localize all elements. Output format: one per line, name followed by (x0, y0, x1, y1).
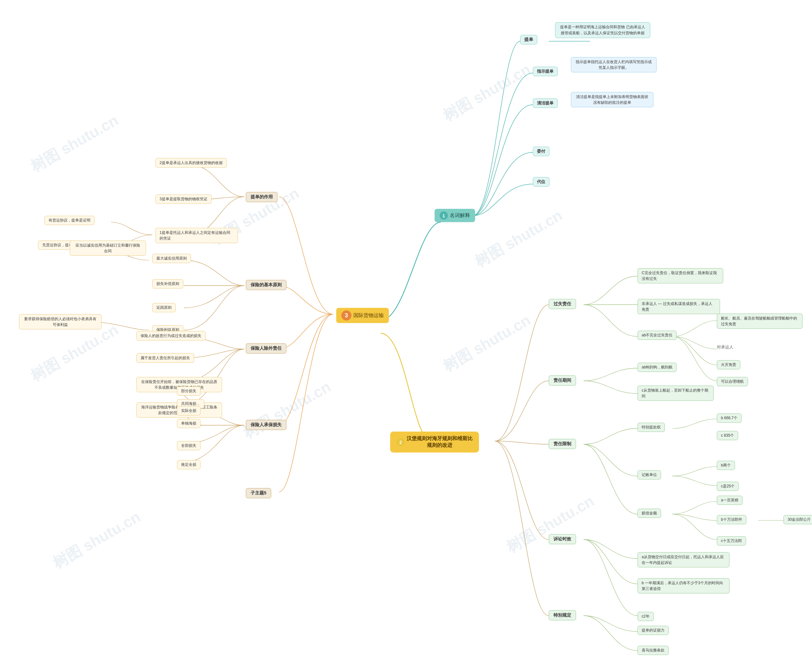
tidan-zhengjuli-node: 提单的证据力 (637, 626, 669, 635)
zhi-shi-desc-text: 指示提单指托运人在收货人栏内填写凭指示或凭某人指示字眼。 (576, 60, 652, 70)
compensation-node: 赔偿金额 (637, 509, 661, 518)
watermark-8: 树图 shutu.cn (503, 491, 598, 558)
connector-lines (0, 0, 812, 668)
topic2-node: 2 汉堡规则对海牙规则和维斯比规则的改进 (390, 432, 479, 453)
tidan-item1: 1提单是托运人和承运人之间定有运输合同的凭证 (155, 228, 238, 243)
susongsixiao-label: 诉讼时效 (549, 534, 576, 544)
watermark-6: 树图 shutu.cn (240, 377, 335, 443)
you-yun-node: 有货运协议，提单是证明 (44, 216, 95, 225)
watermark-1: 树图 shutu.cn (27, 110, 122, 177)
a-comp-node: a一百英镑 (717, 496, 742, 505)
wei-fu-label: 委付 (537, 149, 545, 154)
b-comp-node: b十万法郎件 (717, 515, 746, 524)
watermark-3: 树图 shutu.cn (439, 59, 534, 126)
qing-jie-label: 清洁提单 (537, 100, 554, 105)
dui-chengyun-label: 对承运人 (717, 344, 733, 350)
captain-crew-node: 船长、船员、雇员在驾驶船舶或管理船舶中的过失免责 (717, 314, 802, 329)
chuwai-a: 保险人的故意行为或过失造成的损失 (137, 331, 205, 341)
c-record-node: c是25个 (717, 482, 739, 491)
watermark-5: 树图 shutu.cn (27, 319, 122, 386)
ab-hook-node: ab钩到钩，舷到舷 (637, 363, 677, 372)
ying-dang-node: 应当以诚实信用为基础订立和履行保险合同 (70, 240, 146, 256)
susongsixiao-b: b 一年期满后，承运人仍有不少于3个月的时间向第三者追偿 (637, 578, 730, 593)
center-circle: 3 (341, 311, 352, 321)
tui-ding-node: 推定全损 (177, 460, 200, 469)
watermark-4: 树图 shutu.cn (471, 205, 566, 272)
fei-chengyun-node: 非承运人 — 过失或私谋造成损失，承运人免责 (637, 299, 720, 314)
ti-dan-label: 提单 (524, 37, 533, 42)
center-node: 3 国际货物运输 (336, 308, 389, 323)
center-label: 国际货物运输 (353, 312, 384, 319)
ti-dan-desc-text: 提单是一种用证明海上运输合同和货物 已由承运人接管或装船，以及承运人保证凭以交付… (560, 25, 645, 35)
special-draw-node: 特别提款权 (637, 423, 665, 432)
zhi-shi-label: 指示提单 (537, 69, 554, 73)
zi-zhu5-label: 子主题5 (246, 488, 271, 498)
dai-wei-node: 代位 (533, 177, 549, 187)
ab-incomplete-node: ab不完全过失责任 (637, 331, 677, 340)
zhi-shi-tidan-node: 指示提单 (533, 67, 558, 76)
tidan-item3: 3提单是提取货物的物权凭证 (155, 195, 212, 204)
watermark-7: 树图 shutu.cn (439, 310, 534, 377)
baoxian-chengbao-label: 保险人承保损失 (246, 420, 287, 430)
topic2-circle: 2 (397, 438, 405, 446)
chuwai-b: 属于发货人责任所引起的损失 (137, 353, 194, 363)
b-special-node: b 666.7个 (717, 414, 742, 423)
topic1-label: 名词解释 (450, 212, 470, 219)
qing-jie-tidan-node: 清洁提单 (533, 99, 558, 108)
shi-ji-node: 实际全损 (177, 406, 200, 416)
topic1-num: 1 (442, 213, 445, 218)
ze-limit-label: 责任限制 (549, 439, 576, 449)
dai-wei-label: 代位 (537, 179, 545, 184)
qing-jie-desc: 清洁提单是指提单上未附加表明货物表面状况有缺陷的批注的提单 (571, 92, 654, 107)
c-complete-node: C完全过失责任，取证责任倒置，我来取证我没有过失 (637, 268, 723, 283)
dan-du-node: 单独海损 (177, 419, 200, 428)
b-comp2-node: 30金法郎公斤 (784, 515, 812, 524)
topic1-node: 1 名词解释 (435, 209, 475, 222)
bu-fen-node: 部分损失 (177, 386, 200, 396)
zhi-shi-desc: 指示提单指托运人在收货人栏内填写凭指示或凭某人指示字眼。 (571, 57, 657, 72)
wei-fu-node: 委付 (533, 147, 549, 156)
b-record-node: b两个 (717, 461, 735, 470)
c-comp-node: c十五万法郎 (717, 536, 746, 546)
main-canvas: 树图 shutu.cn 树图 shutu.cn 树图 shutu.cn 树图 s… (0, 0, 812, 668)
susongsixiao-c: c2年 (637, 612, 654, 621)
reasonable-nav-node: 可以合理绕航 (717, 377, 748, 386)
record-unit-node: 记账单位 (637, 470, 661, 479)
yao-qiu-node: 要求获得保险赔偿的人必须对包小表弟具有可保利益 (19, 314, 102, 329)
ximaraya-node: 喜马拉雅条款 (637, 646, 669, 655)
ti-dan-desc: 提单是一种用证明海上运输合同和货物 已由承运人接管或装船，以及承运人保证凭以交付… (555, 22, 650, 38)
qing-jie-desc-text: 清洁提单是指提单上未附加表明货物表面状况有缺陷的批注的提单 (576, 95, 649, 105)
guoshi-ze-label: 过失责任 (549, 299, 576, 309)
topic2-label: 汉堡规则对海牙规则和维斯比规则的改进 (407, 435, 473, 449)
c-period-node: c从货物装上船起，至卸下船止的整个期间 (637, 386, 714, 401)
baoxian-chuwai-label: 保险人除外责任 (246, 343, 287, 354)
quan-bu-node: 全部损失 (177, 441, 200, 450)
jin-yin-node: 近因原则 (152, 303, 176, 312)
cheng-shi-node: 最大诚实信用原则 (152, 254, 191, 263)
tebieGuiding-label: 特别规定 (549, 610, 576, 620)
baoxian-jibenyz-label: 保险的基本原则 (246, 280, 287, 290)
topic2-num: 2 (399, 439, 402, 445)
ze-period-label: 责任期间 (549, 376, 576, 386)
susongsixiao-a: a从货物交付日或应交付日起，托运人和承运人应在一年内提起诉讼 (637, 552, 730, 568)
ti-dan-node: 提单 (520, 35, 537, 44)
sun-shi-node: 损失补偿原则 (152, 279, 183, 289)
tidan-item2: 2提单是承运人出具的接收货物的收据 (155, 158, 227, 167)
c-special-node: c 835个 (717, 431, 738, 440)
fire-exempt-node: 火灾免责 (717, 360, 740, 369)
watermark-9: 树图 shutu.cn (49, 507, 144, 573)
tidan-zuoyong-label: 提单的作用 (246, 192, 278, 202)
center-num: 3 (345, 312, 348, 319)
topic1-circle: 1 (440, 211, 448, 220)
